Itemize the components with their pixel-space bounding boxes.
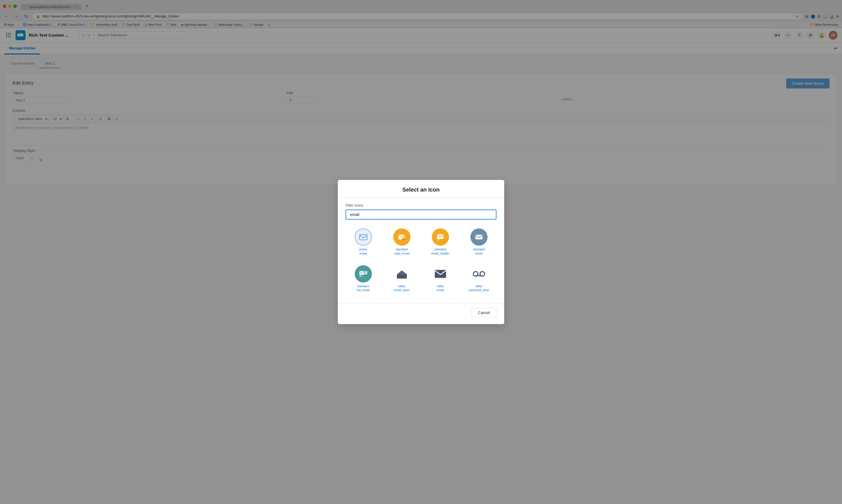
icon-standard-list-email-label: standardlist_email (357, 284, 370, 292)
svg-rect-16 (359, 271, 364, 275)
modal-body: Filter Icons actionemail (338, 198, 504, 301)
email-outline-icon (359, 232, 368, 242)
voicemail-drop-icon (472, 267, 486, 281)
icon-standard-email[interactable]: standardemail (461, 225, 497, 259)
filter-input[interactable] (345, 210, 497, 219)
svg-rect-11 (359, 235, 367, 240)
email-chatter-icon (436, 232, 445, 242)
svg-rect-15 (476, 235, 483, 239)
modal-title: Select an Icon (345, 186, 497, 193)
icon-utility-voicemail-drop-circle (470, 265, 487, 283)
svg-rect-24 (476, 275, 482, 276)
cancel-button[interactable]: Cancel (471, 308, 497, 318)
filter-icons-label: Filter Icons (345, 203, 497, 208)
utility-email-icon (434, 267, 447, 281)
icon-standard-case-email[interactable]: standardcase_email (384, 225, 419, 259)
icon-utility-email-open[interactable]: utilityemail_open (384, 262, 419, 295)
icon-utility-email-circle (432, 265, 449, 283)
icon-standard-case-email-circle (393, 229, 410, 246)
icon-utility-voicemail-drop-label: utilityvoicemail_drop (469, 284, 489, 292)
icon-standard-email-circle (470, 229, 487, 246)
svg-marker-20 (397, 271, 407, 274)
modal-header: Select an Icon (338, 180, 504, 198)
svg-rect-19 (365, 271, 367, 274)
icon-utility-voicemail-drop[interactable]: utilityvoicemail_drop (461, 262, 497, 295)
icon-standard-case-email-label: standardcase_email (394, 247, 410, 255)
icon-utility-email-open-label: utilityemail_open (394, 284, 410, 292)
email-open-icon (395, 267, 409, 281)
icon-standard-email-label: standardemail (473, 247, 485, 255)
svg-rect-18 (359, 276, 362, 277)
icon-action-email-circle (355, 229, 372, 246)
icon-standard-email-chatter-label: standardemail_chatter (431, 247, 449, 255)
select-icon-modal: Select an Icon Filter Icons actionemail (338, 180, 504, 324)
icon-standard-list-email-circle (355, 265, 372, 283)
icon-standard-email-chatter-circle (432, 229, 449, 246)
icon-standard-list-email[interactable]: standardlist_email (345, 262, 381, 295)
icons-grid: actionemail standardcase_email (345, 225, 497, 295)
icon-utility-email-open-circle (393, 265, 410, 283)
modal-overlay: Select an Icon Filter Icons actionemail (0, 0, 842, 499)
icon-utility-email-label: utilityemail (436, 284, 444, 292)
case-email-icon (397, 232, 407, 242)
icon-action-email-label: actionemail (359, 247, 367, 255)
svg-rect-21 (435, 270, 446, 278)
icon-action-email[interactable]: actionemail (345, 225, 381, 259)
icon-standard-email-chatter[interactable]: standardemail_chatter (423, 225, 458, 259)
svg-rect-17 (359, 275, 361, 276)
icon-utility-email[interactable]: utilityemail (423, 262, 458, 295)
modal-footer: Cancel (338, 303, 504, 324)
standard-email-icon (474, 232, 484, 242)
svg-rect-14 (437, 234, 444, 239)
list-email-icon (359, 269, 368, 278)
